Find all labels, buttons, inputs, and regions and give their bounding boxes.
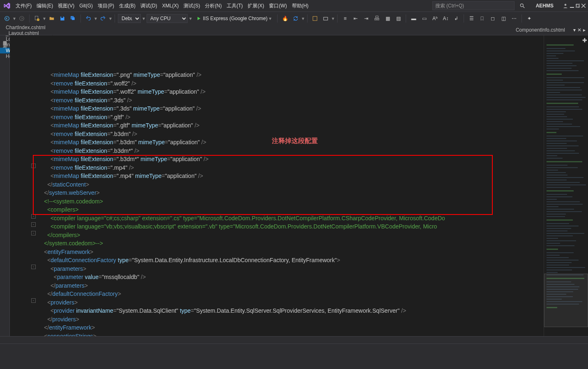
- minimap[interactable]: ✚: [544, 35, 588, 336]
- menu-item-0[interactable]: 文件(F): [13, 2, 34, 9]
- svg-point-0: [520, 4, 523, 7]
- undo-icon[interactable]: [84, 14, 93, 23]
- menu-item-11[interactable]: 扩展(X): [245, 2, 266, 9]
- browser-link-icon[interactable]: [310, 14, 319, 23]
- svg-rect-13: [313, 16, 317, 21]
- columns-icon[interactable]: ▤: [394, 14, 403, 23]
- code-line: <remove fileExtension=".b3dm*" />: [34, 147, 544, 155]
- refresh-icon[interactable]: [291, 14, 300, 23]
- tab-close-icon[interactable]: ✕: [577, 27, 581, 33]
- horizontal-scrollbar[interactable]: [0, 336, 588, 344]
- config-select[interactable]: Debug: [118, 14, 141, 23]
- more-icon[interactable]: ⋯: [510, 14, 519, 23]
- platform-select[interactable]: Any CPU: [147, 14, 188, 23]
- code-line: <remove fileExtension=".woff2" />: [34, 79, 544, 88]
- menu-item-6[interactable]: 调试(D): [138, 2, 160, 9]
- code-line: <compiler language="vb;vbs;visualbasic;v…: [34, 222, 544, 231]
- global-search-input[interactable]: 搜索 (Ctrl+Q): [432, 1, 514, 10]
- pin-icon[interactable]: ◫: [499, 14, 508, 23]
- code-line: <providers>: [34, 298, 544, 307]
- flag-icon[interactable]: ◻: [488, 14, 497, 23]
- annotation-highlight-box: [33, 155, 493, 215]
- code-line: <mimeMap fileExtension=".gltf" mimeType=…: [34, 121, 544, 130]
- minimap-split-icon[interactable]: ✚: [582, 37, 587, 44]
- editor-gutter: ------: [10, 35, 33, 336]
- tab-componentinfo[interactable]: ComponentInfo.cshtml: [510, 25, 571, 35]
- code-line: <mimeMap fileExtension=".png" mimeType="…: [34, 71, 544, 79]
- svg-point-9: [20, 16, 24, 21]
- menu-item-2[interactable]: 视图(V): [55, 2, 77, 9]
- wrap-icon[interactable]: ↲: [452, 14, 461, 23]
- new-item-icon[interactable]: [32, 14, 41, 23]
- annotation-text: 注释掉这段配置: [272, 137, 318, 145]
- tab-split-icon[interactable]: ▾: [573, 27, 576, 33]
- code-line: <mimeMap fileExtension=".3ds" mimeType="…: [34, 104, 544, 113]
- run-target-label: IIS Express (Google Chrome): [203, 16, 267, 21]
- redo-icon[interactable]: [99, 14, 108, 23]
- window-close-icon[interactable]: [581, 4, 586, 8]
- svg-point-8: [5, 16, 9, 21]
- editor[interactable]: ------ 注释掉这段配置 <mimeMap fileExtension=".…: [10, 35, 588, 336]
- menu-item-7[interactable]: XML(X): [160, 2, 181, 9]
- svg-rect-4: [576, 5, 579, 8]
- menubar: 文件(F)编辑(E)视图(V)Git(G)项目(P)生成(B)调试(D)XML(…: [0, 0, 588, 12]
- code-line: </parameters>: [34, 281, 544, 290]
- code-line: <entityFramework>: [34, 248, 544, 256]
- comment-icon[interactable]: ▬: [409, 14, 418, 23]
- bookmark-icon[interactable]: [478, 14, 487, 23]
- uncomment-icon[interactable]: ▭: [420, 14, 429, 23]
- code-line: <parameter value="mssqllocaldb" />: [34, 273, 544, 281]
- menu-item-3[interactable]: Git(G): [77, 2, 95, 9]
- svg-rect-12: [61, 16, 63, 18]
- tab-pin-icon[interactable]: ▸: [583, 27, 586, 33]
- nav-forward-icon[interactable]: [17, 14, 26, 23]
- save-icon[interactable]: [58, 14, 67, 23]
- code-line: </entityFramework>: [34, 323, 544, 332]
- indent-more-icon[interactable]: ⇥: [362, 14, 371, 23]
- format2-icon[interactable]: A↕: [441, 14, 450, 23]
- svg-rect-3: [570, 7, 574, 8]
- toolbox-icon[interactable]: [321, 14, 330, 23]
- hot-reload-icon[interactable]: 🔥: [280, 14, 289, 23]
- menu-item-4[interactable]: 项目(P): [95, 2, 117, 9]
- code-line: <connectionStrings>: [34, 332, 544, 337]
- save-all-icon[interactable]: [69, 14, 78, 23]
- menu-item-1[interactable]: 编辑(E): [34, 2, 55, 9]
- menu-item-12[interactable]: 窗口(W): [266, 2, 289, 9]
- menu-item-8[interactable]: 测试(S): [181, 2, 202, 9]
- search-placeholder: 搜索 (Ctrl+Q): [435, 2, 464, 9]
- editor-tabbar: ChartIndex.cshtml_Layout.cshtmlLogin.csh…: [0, 25, 588, 35]
- bookmark-list-icon[interactable]: ☰: [467, 14, 476, 23]
- code-line: </compilers>: [34, 231, 544, 240]
- code-area[interactable]: 注释掉这段配置 <mimeMap fileExtension=".png" mi…: [33, 35, 544, 336]
- code-line: <defaultConnectionFactory type="System.D…: [34, 256, 544, 265]
- code-line: <remove fileExtension=".3ds" />: [34, 96, 544, 105]
- profile-icon[interactable]: [563, 3, 568, 9]
- format-icon[interactable]: Aᵇ: [430, 14, 439, 23]
- tree-icon[interactable]: 品: [372, 14, 381, 23]
- nav-back-icon[interactable]: [2, 14, 11, 23]
- minimap-viewport[interactable]: [544, 274, 588, 327]
- indent-less-icon[interactable]: ⇤: [351, 14, 360, 23]
- vs-logo-icon: [2, 1, 11, 10]
- svg-rect-14: [324, 17, 328, 20]
- svg-point-2: [565, 4, 567, 6]
- window-restore-icon[interactable]: [576, 4, 580, 8]
- window-minimize-icon[interactable]: [570, 4, 574, 8]
- align-icon[interactable]: ≡: [340, 14, 349, 23]
- grid-icon[interactable]: ▦: [383, 14, 392, 23]
- search-icon[interactable]: [518, 1, 527, 10]
- svg-line-1: [523, 7, 524, 8]
- tab-chartindex-cshtml[interactable]: ChartIndex.cshtml: [0, 25, 53, 30]
- menu-item-5[interactable]: 生成(B): [117, 2, 138, 9]
- menu-item-10[interactable]: 工具(T): [224, 2, 245, 9]
- start-debug-button[interactable]: IIS Express (Google Chrome) ▾: [193, 14, 274, 23]
- solution-name: AEHMS: [536, 3, 554, 9]
- open-file-icon[interactable]: [47, 14, 56, 23]
- menu-item-9[interactable]: 分析(N): [202, 2, 224, 9]
- code-line: <parameters>: [34, 265, 544, 273]
- code-line: <remove fileExtension=".gltf" />: [34, 113, 544, 122]
- menu-item-13[interactable]: 帮助(H): [289, 2, 311, 9]
- extensions-icon[interactable]: ✦: [525, 14, 534, 23]
- main-toolbar: ▾ ▾ ▾ ▾ Debug ▾ Any CPU ▾ IIS Express (G…: [0, 12, 588, 25]
